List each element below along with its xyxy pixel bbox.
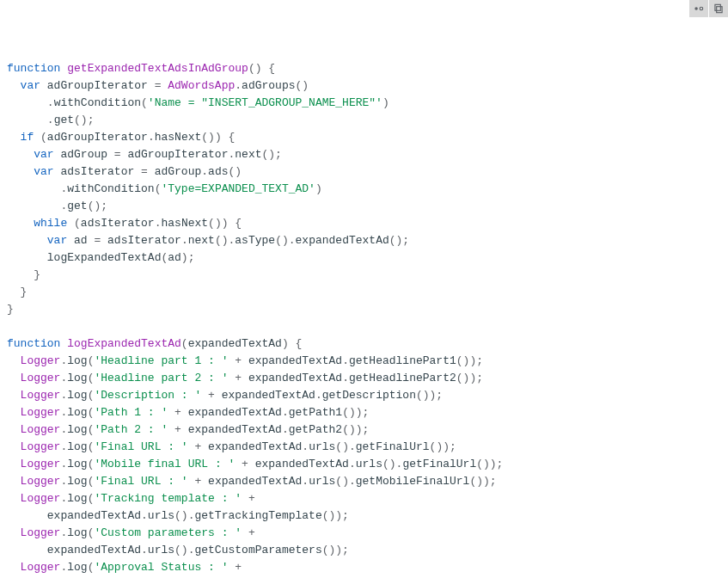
copy-button[interactable]	[709, 0, 728, 17]
token-plain: adsIterator	[81, 217, 155, 230]
token-kw: var	[21, 79, 40, 92]
token-plain: next	[235, 148, 261, 161]
code-line: Logger.log('Path 1 : ' + expandedTextAd.…	[7, 404, 721, 421]
token-plain	[7, 423, 21, 436]
token-punc: ())	[201, 131, 221, 144]
token-plain: expandedTextAd	[242, 354, 342, 367]
token-plain: log	[67, 389, 87, 402]
token-plain: asType	[235, 234, 275, 247]
token-plain	[7, 96, 47, 109]
token-punc: ();	[262, 148, 282, 161]
code-line: while (adsIterator.hasNext()) {	[7, 215, 721, 232]
theme-toggle-button[interactable]	[689, 0, 708, 17]
token-plain: log	[67, 372, 87, 384]
token-type: Logger	[21, 423, 61, 436]
code-line: var adsIterator = adGroup.ads()	[7, 163, 721, 181]
token-punc: ().	[174, 544, 194, 556]
token-str: 'Description : '	[94, 389, 201, 402]
token-str: 'Headline part 1 : '	[94, 354, 228, 367]
token-punc: .	[342, 354, 349, 367]
code-line: Logger.log('Final URL : ' + expandedText…	[7, 473, 721, 490]
token-plain: log	[67, 458, 87, 470]
token-punc: (	[181, 337, 188, 350]
token-plain: expandedTextAd	[188, 337, 282, 350]
token-kw: function	[7, 62, 60, 75]
code-line: var adGroupIterator = AdWordsApp.adGroup…	[7, 77, 721, 95]
token-punc: .	[342, 372, 349, 384]
token-plain: adsIterator	[101, 234, 181, 247]
token-punc: .	[302, 440, 309, 453]
token-str: 'Approval Status : '	[94, 561, 228, 574]
token-plain	[67, 217, 74, 230]
token-plain: getTrackingTemplate	[194, 509, 321, 522]
code-line: .get();	[7, 112, 721, 129]
code-line: Logger.log('Custom parameters : ' +	[7, 525, 721, 542]
token-punc: ());	[456, 372, 483, 384]
token-punc: ());	[469, 475, 496, 488]
token-plain	[7, 268, 34, 281]
token-kw: var	[34, 148, 53, 161]
token-plain: withCondition	[67, 182, 154, 195]
token-plain	[7, 148, 34, 161]
code-line: Logger.log('Path 2 : ' + expandedTextAd.…	[7, 421, 721, 439]
token-plain	[7, 458, 21, 470]
code-toolbar	[689, 0, 728, 17]
token-punc: +	[242, 458, 248, 470]
token-punc: )	[315, 182, 322, 195]
code-line: Logger.log('Final URL : ' + expandedText…	[7, 439, 721, 456]
token-punc: {	[235, 217, 242, 230]
token-kw: var	[34, 165, 53, 178]
token-plain: ads	[208, 165, 228, 178]
token-plain: expandedTextAd	[248, 458, 349, 470]
token-punc: +	[248, 492, 255, 505]
token-plain: getCustomParameters	[194, 544, 321, 556]
token-plain: log	[67, 561, 87, 574]
token-plain	[7, 234, 47, 247]
token-plain	[168, 406, 174, 419]
token-plain: urls	[356, 458, 382, 470]
token-kw: if	[21, 131, 34, 144]
token-punc: .	[47, 96, 54, 109]
token-plain: hasNext	[162, 217, 209, 230]
token-punc: ();	[74, 114, 94, 126]
token-type: Logger	[21, 458, 61, 470]
token-plain: urls	[148, 509, 174, 522]
token-str: 'Type=EXPANDED_TEXT_AD'	[161, 182, 315, 195]
token-punc: ().	[275, 234, 295, 247]
token-punc: {	[268, 62, 275, 75]
token-plain	[168, 423, 174, 436]
token-punc: =	[141, 165, 148, 178]
theme-icon	[693, 3, 705, 15]
token-plain: expandedTextAd	[242, 372, 342, 384]
token-type: Logger	[21, 389, 61, 402]
token-punc: ());	[342, 406, 369, 419]
code-line: }	[7, 267, 721, 284]
code-line: var adGroup = adGroupIterator.next();	[7, 146, 721, 163]
token-plain	[7, 131, 21, 144]
token-punc: +	[235, 561, 242, 574]
code-line: .withCondition('Type=EXPANDED_TEXT_AD')	[7, 181, 721, 198]
code-line: logExpandedTextAd(ad);	[7, 249, 721, 267]
token-plain: hasNext	[155, 131, 202, 144]
token-plain: expandedTextAd	[7, 544, 141, 556]
token-str: 'Custom parameters : '	[94, 526, 242, 539]
token-plain	[242, 492, 248, 505]
token-plain: withCondition	[54, 96, 141, 109]
token-punc: ();	[88, 200, 107, 212]
token-punc: .	[148, 131, 155, 144]
token-plain: expandedTextAd	[201, 440, 302, 453]
token-str: 'Name = "INSERT_ADGROUP_NAME_HERE"'	[148, 96, 382, 109]
token-punc: ());	[322, 544, 349, 556]
code-line: Logger.log('Headline part 2 : ' + expand…	[7, 370, 721, 387]
code-line: .withCondition('Name = "INSERT_ADGROUP_N…	[7, 95, 721, 112]
token-punc: ().	[335, 440, 355, 453]
code-line: function getExpandedTextAdsInAdGroup() {	[7, 60, 721, 77]
svg-rect-3	[715, 4, 720, 10]
token-plain: getFinalUrl	[402, 458, 476, 470]
token-plain	[7, 79, 21, 92]
token-punc: .	[302, 475, 309, 488]
token-plain: expandedTextAd	[7, 509, 141, 522]
code-line: .get();	[7, 198, 721, 215]
token-punc: ().	[215, 234, 235, 247]
token-punc: .	[315, 389, 322, 402]
